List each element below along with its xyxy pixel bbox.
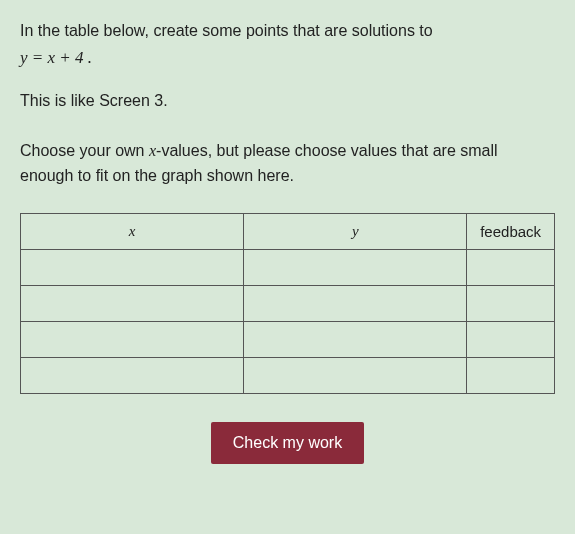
table-header-row: x y feedback <box>21 213 555 249</box>
points-table: x y feedback <box>20 213 555 394</box>
cell-feedback <box>467 321 555 357</box>
cell-feedback <box>467 249 555 285</box>
check-my-work-button[interactable]: Check my work <box>211 422 364 464</box>
cell-x-input[interactable] <box>27 258 237 277</box>
instruction2-pre: Choose your own <box>20 142 149 159</box>
cell-x-input[interactable] <box>27 330 237 349</box>
cell-y-input[interactable] <box>250 330 460 349</box>
cell-y-input[interactable] <box>250 294 460 313</box>
instruction-line1: In the table below, create some points t… <box>20 18 555 44</box>
button-row: Check my work <box>20 422 555 464</box>
screen-note: This is like Screen 3. <box>20 92 555 110</box>
cell-feedback <box>467 357 555 393</box>
table-row <box>21 249 555 285</box>
cell-y-input[interactable] <box>250 258 460 277</box>
equation-text: y = x + 4 . <box>20 48 555 68</box>
col-header-y: y <box>244 213 467 249</box>
table-row <box>21 321 555 357</box>
instruction-line2: Choose your own x-values, but please cho… <box>20 138 555 189</box>
cell-x-input[interactable] <box>27 366 237 385</box>
col-header-x: x <box>21 213 244 249</box>
col-header-feedback: feedback <box>467 213 555 249</box>
table-row <box>21 357 555 393</box>
cell-y-input[interactable] <box>250 366 460 385</box>
cell-feedback <box>467 285 555 321</box>
instruction2-var: x <box>149 142 156 159</box>
table-row <box>21 285 555 321</box>
cell-x-input[interactable] <box>27 294 237 313</box>
